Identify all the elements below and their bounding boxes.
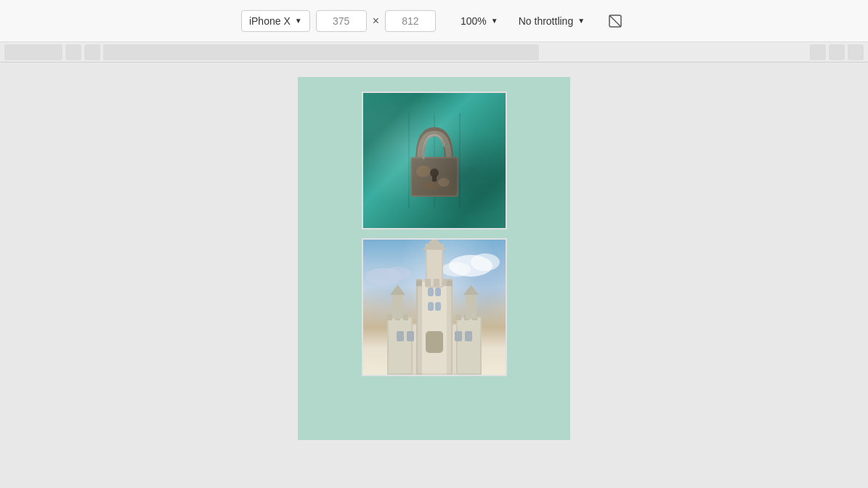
zoom-selector[interactable]: 100% ▼ xyxy=(453,11,506,31)
svg-rect-26 xyxy=(418,282,451,373)
svg-point-9 xyxy=(438,178,450,187)
svg-rect-45 xyxy=(426,331,443,353)
svg-rect-22 xyxy=(389,318,411,373)
svg-rect-6 xyxy=(410,157,458,197)
svg-rect-55 xyxy=(447,280,453,375)
rotate-icon xyxy=(607,13,623,29)
svg-rect-42 xyxy=(435,288,441,296)
tab-item[interactable] xyxy=(65,44,81,60)
svg-point-15 xyxy=(471,253,500,271)
svg-rect-41 xyxy=(428,288,434,296)
svg-rect-52 xyxy=(466,291,476,319)
svg-rect-47 xyxy=(407,331,414,341)
svg-rect-7 xyxy=(412,158,457,195)
svg-point-18 xyxy=(385,267,411,280)
tab-item[interactable] xyxy=(4,44,62,60)
tab-item[interactable] xyxy=(829,44,845,60)
device-label: iPhone X xyxy=(249,15,291,27)
devtools-toolbar: iPhone X ▼ × 100% ▼ No throttling ▼ xyxy=(0,0,868,42)
svg-marker-51 xyxy=(390,285,405,295)
svg-rect-48 xyxy=(455,331,462,341)
castle-svg xyxy=(362,238,507,375)
phone-viewport xyxy=(298,77,570,440)
svg-point-10 xyxy=(422,182,439,190)
padlock-icon xyxy=(394,113,474,208)
svg-point-16 xyxy=(442,262,471,277)
svg-rect-31 xyxy=(425,279,431,286)
svg-rect-2 xyxy=(394,113,474,208)
throttle-arrow: ▼ xyxy=(577,17,585,25)
lock-image xyxy=(363,93,506,228)
tab-item[interactable] xyxy=(84,44,100,60)
svg-rect-43 xyxy=(428,302,434,311)
tab-item[interactable] xyxy=(810,44,826,60)
svg-rect-35 xyxy=(387,314,392,320)
castle-image xyxy=(363,240,506,375)
svg-line-1 xyxy=(609,15,621,27)
rotate-button[interactable] xyxy=(604,9,627,33)
image-card-lock xyxy=(362,92,507,229)
main-viewport-area xyxy=(0,62,868,488)
svg-point-11 xyxy=(430,168,439,177)
throttle-label: No throttling xyxy=(519,15,573,27)
device-selector[interactable]: iPhone X ▼ xyxy=(241,10,310,32)
svg-marker-53 xyxy=(463,285,479,295)
height-input[interactable] xyxy=(385,10,436,32)
zoom-label: 100% xyxy=(461,15,487,27)
width-input[interactable] xyxy=(316,10,367,32)
svg-rect-54 xyxy=(416,280,422,375)
dimension-separator: × xyxy=(373,15,379,28)
tab-item[interactable] xyxy=(103,44,539,60)
svg-rect-12 xyxy=(432,176,437,182)
svg-rect-50 xyxy=(392,291,403,319)
svg-rect-24 xyxy=(458,318,480,373)
svg-rect-46 xyxy=(397,331,404,341)
svg-rect-44 xyxy=(435,302,441,311)
tab-bar xyxy=(0,42,868,62)
svg-rect-37 xyxy=(403,314,408,320)
throttle-selector[interactable]: No throttling ▼ xyxy=(511,11,592,31)
svg-rect-49 xyxy=(465,331,472,341)
svg-point-8 xyxy=(416,166,431,177)
svg-rect-32 xyxy=(434,279,439,286)
svg-rect-38 xyxy=(456,314,461,320)
image-card-castle xyxy=(362,238,507,376)
zoom-arrow: ▼ xyxy=(491,17,498,25)
device-arrow: ▼ xyxy=(295,17,302,25)
tab-item[interactable] xyxy=(848,44,864,60)
